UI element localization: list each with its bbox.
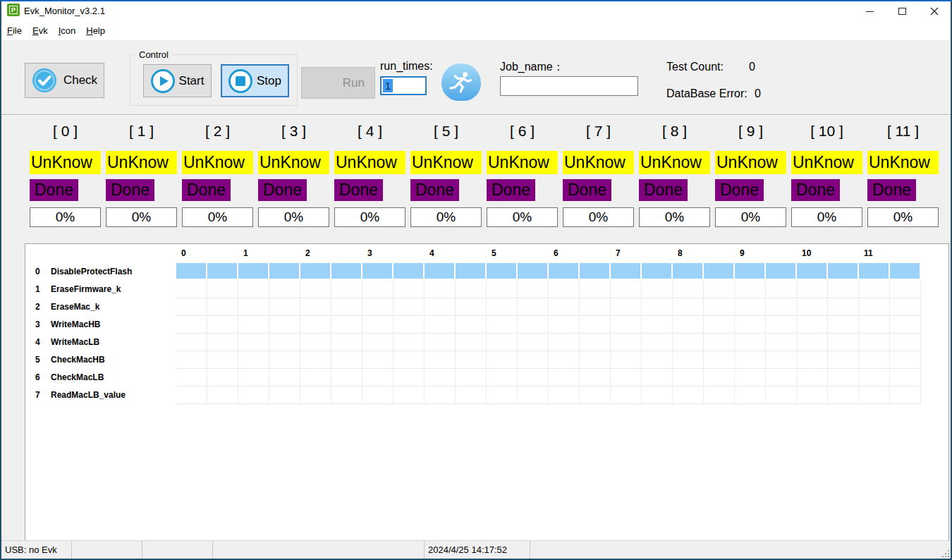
grid-cell xyxy=(362,298,393,316)
grid-cell xyxy=(456,369,487,386)
start-button[interactable]: Start xyxy=(143,64,212,97)
grid-cell xyxy=(859,351,890,369)
grid-cell xyxy=(642,351,673,369)
statusbar-segment xyxy=(72,541,142,559)
grid-cell xyxy=(176,263,207,281)
grid-cell xyxy=(300,298,331,316)
menu-item-icon[interactable]: Icon xyxy=(59,25,76,36)
run-times-input[interactable]: 1 xyxy=(380,76,427,95)
resize-grip-icon[interactable] xyxy=(942,550,949,557)
close-button[interactable] xyxy=(918,1,951,21)
grid-col-header-5: 5 xyxy=(487,248,496,260)
grid-cell xyxy=(238,263,269,281)
grid-cell xyxy=(859,316,890,334)
status-bar: USB: no Evk2024/4/25 14:17:52 xyxy=(1,540,951,559)
grid-cell xyxy=(673,281,704,298)
grid-cell xyxy=(828,351,859,369)
grid-cell xyxy=(673,298,704,316)
grid-cell xyxy=(735,351,766,369)
device-column-5: [ 5 ]UnKnowDone0% xyxy=(410,116,482,232)
grid-cell xyxy=(797,298,828,316)
run-button[interactable]: Run xyxy=(301,67,375,99)
check-button-label: Check xyxy=(63,73,97,87)
statusbar-usb: USB: no Evk xyxy=(1,541,72,559)
grid-cell xyxy=(580,298,611,316)
check-button[interactable]: Check xyxy=(25,63,104,98)
grid-cell xyxy=(704,386,735,404)
grid-cell xyxy=(176,334,207,351)
statusbar-segment xyxy=(142,541,213,559)
grid-cell xyxy=(828,298,859,316)
grid-cell xyxy=(300,316,331,334)
stop-button[interactable]: Stop xyxy=(221,64,289,97)
grid-cell xyxy=(300,281,331,298)
device-stage-badge: Done xyxy=(791,179,840,201)
grid-cell xyxy=(735,281,766,298)
grid-cell xyxy=(300,386,331,404)
task-row-name: ReadMacLB_value xyxy=(51,386,126,404)
run-times-value: 1 xyxy=(383,79,393,92)
grid-cell xyxy=(393,316,425,334)
device-column-10: [ 10 ]UnKnowDone0% xyxy=(791,116,862,232)
device-index-label: [ 8 ] xyxy=(639,123,710,140)
grid-cell xyxy=(518,316,549,334)
grid-cell xyxy=(580,263,611,281)
device-index-label: [ 7 ] xyxy=(563,123,634,140)
grid-cell xyxy=(269,263,300,281)
device-status-badge: UnKnow xyxy=(334,151,405,174)
device-column-0: [ 0 ]UnKnowDone0% xyxy=(30,116,101,232)
job-name-input[interactable] xyxy=(500,76,638,96)
menu-item-help[interactable]: Help xyxy=(86,25,105,36)
runner-icon[interactable] xyxy=(441,63,481,101)
device-status-badge: UnKnow xyxy=(410,151,482,174)
device-column-11: [ 11 ]UnKnowDone0% xyxy=(867,116,939,232)
grid-col-header-8: 8 xyxy=(673,248,683,260)
grid-cell xyxy=(859,298,890,316)
grid-cell xyxy=(238,334,269,351)
grid-cell xyxy=(766,369,797,386)
device-index-label: [ 6 ] xyxy=(487,123,558,140)
grid-cell xyxy=(425,281,456,298)
menu-item-file[interactable]: File xyxy=(7,25,22,36)
grid-cell xyxy=(518,369,549,386)
device-column-9: [ 9 ]UnKnowDone0% xyxy=(715,116,786,232)
grid-cell xyxy=(269,281,300,298)
grid-cell xyxy=(828,281,859,298)
menu-item-evk[interactable]: Evk xyxy=(32,25,48,36)
grid-cell xyxy=(207,334,238,351)
grid-cell xyxy=(611,298,642,316)
grid-col-header-11: 11 xyxy=(859,248,873,260)
grid-cell xyxy=(797,334,828,351)
grid-cell xyxy=(704,369,735,386)
device-status-badge: UnKnow xyxy=(791,151,862,174)
grid-cell xyxy=(487,281,518,298)
grid-cell xyxy=(735,316,766,334)
test-count-label: Test Count: xyxy=(666,61,724,73)
grid-cell xyxy=(673,351,704,369)
maximize-button[interactable] xyxy=(886,1,918,21)
task-row-name: EraseMac_k xyxy=(51,298,99,316)
grid-cell xyxy=(704,298,735,316)
run-button-label: Run xyxy=(343,76,365,90)
menu-bar: FileEvkIconHelp xyxy=(1,21,951,40)
grid-cell xyxy=(425,316,456,334)
grid-cell xyxy=(580,316,611,334)
grid-cell xyxy=(549,263,580,281)
grid-cell xyxy=(735,298,766,316)
maximize-icon xyxy=(898,8,906,15)
grid-cell xyxy=(176,316,207,334)
grid-cell xyxy=(331,281,362,298)
grid-cell xyxy=(456,316,487,334)
grid-cell xyxy=(549,281,580,298)
device-column-8: [ 8 ]UnKnowDone0% xyxy=(639,116,710,232)
task-row-name: DisableProtectFlash xyxy=(51,263,132,281)
app-icon: P xyxy=(7,4,20,16)
minimize-button[interactable] xyxy=(853,1,886,21)
grid-cell xyxy=(611,369,642,386)
grid-cell xyxy=(890,369,921,386)
device-stage-badge: Done xyxy=(258,179,307,201)
grid-cell xyxy=(797,316,828,334)
grid-cell xyxy=(331,334,362,351)
grid-cell xyxy=(487,316,518,334)
task-row-number: 5 xyxy=(35,351,49,369)
